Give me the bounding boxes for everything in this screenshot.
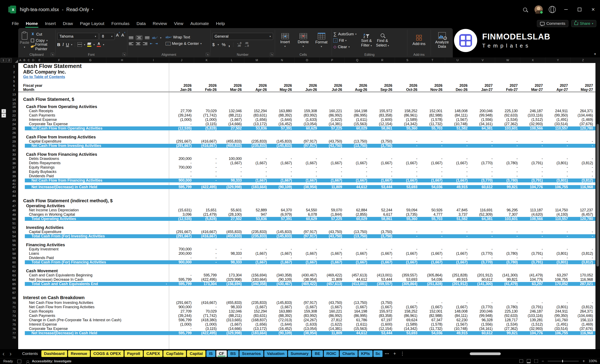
cell[interactable]: 287,021	[571, 282, 595, 286]
column-header-A[interactable]: A	[18, 57, 22, 63]
cell[interactable]: (340,358)	[244, 282, 269, 286]
cell[interactable]: May-27	[571, 88, 595, 92]
row-number[interactable]: 73	[10, 314, 18, 318]
cell[interactable]: (1,667)	[219, 161, 244, 165]
cell[interactable]: (145,833)	[269, 300, 294, 305]
cell[interactable]: (455,833)	[219, 139, 244, 144]
cell[interactable]: (82,988)	[420, 113, 445, 118]
row-number[interactable]: 19	[10, 109, 18, 113]
cell[interactable]: 2026	[244, 83, 269, 88]
cell[interactable]: -	[269, 170, 294, 174]
outline-expand-button[interactable]: +	[1, 109, 6, 113]
cell[interactable]: (6,457)	[571, 212, 595, 217]
cell[interactable]: 50,926	[420, 208, 445, 212]
cell[interactable]: (43,750)	[319, 144, 345, 148]
insert-cells-button[interactable]: ◂ Insert ▾	[277, 33, 294, 48]
cell[interactable]: -	[420, 230, 445, 234]
row-number[interactable]: 3	[10, 75, 18, 79]
fill-button[interactable]: ↓Fill▾	[333, 38, 356, 43]
cell[interactable]: 62,884	[345, 208, 369, 212]
cell[interactable]: (1,667)	[269, 260, 294, 264]
cell[interactable]: (3,801)	[545, 178, 570, 183]
cell[interactable]: 2026	[445, 83, 470, 88]
cell[interactable]: 595,799	[169, 282, 194, 286]
cell[interactable]: (1,611)	[345, 322, 369, 327]
cell[interactable]: -	[294, 247, 319, 251]
row-label[interactable]: Loans	[29, 251, 39, 256]
row-label[interactable]: Cash Flow from Financing Activities	[26, 152, 97, 157]
row-number[interactable]: 26	[10, 131, 18, 135]
cell[interactable]: (3,791)	[520, 251, 545, 256]
row-label[interactable]: Net (Increase) Decrease In Cash	[29, 277, 83, 282]
sheet-tab-is[interactable]: IS	[206, 350, 216, 357]
cell[interactable]: 67,347	[420, 318, 445, 322]
cell[interactable]: 110,557	[545, 217, 570, 221]
wrap-text-button[interactable]: ab↩Wrap Text	[166, 35, 202, 40]
cell[interactable]: (168,837)	[244, 318, 269, 322]
cell[interactable]: 15,651	[194, 208, 219, 212]
cell[interactable]: 70,029	[194, 109, 219, 113]
cell[interactable]: (305,864)	[420, 273, 445, 277]
cell[interactable]: (13,750)	[345, 230, 369, 234]
cell[interactable]: (83,992)	[294, 314, 319, 318]
cell[interactable]: -	[520, 300, 545, 305]
cell[interactable]: (1,567)	[445, 118, 470, 122]
cell[interactable]: 141,760	[545, 318, 570, 322]
row-number[interactable]: 7	[10, 88, 18, 92]
cell[interactable]: 2026	[169, 83, 194, 88]
cell[interactable]: (1,000)	[194, 118, 219, 122]
tab-nav-left-icon[interactable]: ‹	[0, 350, 7, 358]
cell[interactable]: 54,036	[420, 277, 445, 282]
cell[interactable]: 27,812	[319, 318, 345, 322]
cell[interactable]: (1,622)	[319, 118, 345, 122]
cell[interactable]: 2027	[571, 83, 595, 88]
cell[interactable]: (251,828)	[445, 273, 470, 277]
cell[interactable]: 6,617	[370, 212, 395, 217]
cell[interactable]: (422,495)	[194, 277, 219, 282]
decrease-decimal-button[interactable]: .00→.0	[244, 42, 249, 47]
row-label[interactable]: Net Income Less Depreciation	[29, 208, 79, 212]
cell[interactable]: -	[545, 165, 570, 170]
cell[interactable]: (1,667)	[420, 251, 445, 256]
row-number[interactable]: 61	[10, 264, 18, 269]
cell[interactable]: -	[194, 260, 219, 264]
row-label[interactable]: Equity Investment	[29, 247, 58, 251]
cell[interactable]: -	[520, 234, 545, 238]
row-label[interactable]: Net Cash Flow from Investing Activities	[31, 144, 101, 148]
cell[interactable]: 139,281	[520, 318, 545, 322]
zoom-out-button[interactable]: −	[542, 359, 544, 364]
cell[interactable]: (16,452)	[269, 122, 294, 126]
cell[interactable]: (1,667)	[420, 178, 445, 183]
font-color-button[interactable]: A	[97, 42, 101, 47]
cell[interactable]: -	[520, 165, 545, 170]
cell[interactable]: 2026	[370, 83, 395, 88]
format-cells-button[interactable]: Format ▾	[313, 33, 330, 48]
cell[interactable]: -	[571, 300, 595, 305]
cell[interactable]: (145,833)	[269, 234, 294, 238]
cell[interactable]: (88,392)	[269, 314, 294, 318]
cell[interactable]: 159,308	[294, 109, 319, 113]
sheet-tab-be[interactable]: BE	[312, 350, 323, 357]
borders-button[interactable]	[77, 42, 82, 47]
cell[interactable]: (1,589)	[395, 322, 420, 327]
cell[interactable]: (183,664)	[244, 277, 269, 282]
cell[interactable]: 51,582	[445, 217, 470, 221]
cell[interactable]: -	[395, 165, 420, 170]
cell[interactable]: (1,844)	[319, 212, 345, 217]
cell[interactable]: 158,252	[395, 309, 420, 314]
cell[interactable]: (99,948)	[470, 113, 495, 118]
cell[interactable]: -	[470, 144, 495, 148]
normal-view-icon[interactable]	[519, 359, 523, 363]
cell[interactable]: -	[420, 144, 445, 148]
cell[interactable]: (3,770)	[470, 178, 495, 183]
column-header-B[interactable]: B	[22, 57, 27, 63]
cell[interactable]: -	[420, 247, 445, 251]
cell[interactable]: (13,172)	[244, 327, 269, 331]
sheet-tab-contents[interactable]: Contents	[19, 350, 40, 357]
cell[interactable]: (15,631)	[169, 208, 194, 212]
cell[interactable]: (1,611)	[345, 118, 369, 122]
fill-color-button[interactable]	[87, 43, 91, 47]
cell[interactable]: -	[470, 170, 495, 174]
cell[interactable]: (15,563)	[345, 327, 369, 331]
cell[interactable]: (3,115)	[194, 122, 219, 126]
